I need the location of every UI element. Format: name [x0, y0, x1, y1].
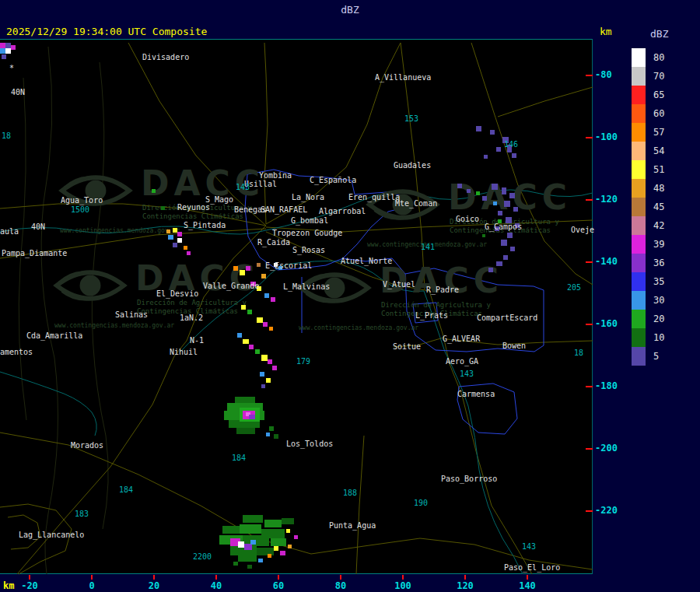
right-axis-label: -200: [595, 443, 618, 454]
legend-swatch: [632, 347, 646, 366]
legend-value: 70: [653, 67, 664, 86]
legend-swatch: [632, 235, 646, 254]
dbz-legend-panel: dBZ 807065605754514845423936353020105: [622, 0, 700, 592]
legend-value: 30: [653, 291, 664, 310]
legend-entry: 51: [632, 160, 664, 179]
legend-value: 45: [653, 198, 664, 216]
legend-title: dBZ: [650, 28, 668, 40]
legend-entry: 35: [632, 272, 664, 291]
legend-swatch: [632, 160, 646, 179]
legend-swatch: [632, 254, 646, 272]
legend-entry: 70: [632, 67, 664, 86]
basemap-lines: [0, 0, 593, 576]
legend-value: 42: [653, 216, 664, 235]
legend-entry: 39: [632, 235, 664, 254]
legend-swatch: [632, 291, 646, 310]
legend-entry: 80: [632, 48, 664, 67]
legend-swatch: [632, 272, 646, 291]
legend-value: 10: [653, 328, 664, 347]
right-axis-label: -100: [595, 131, 618, 142]
legend-entry: 10: [632, 328, 664, 347]
legend-swatch: [632, 86, 646, 104]
legend-entry: 30: [632, 291, 664, 310]
legend-entry: 42: [632, 216, 664, 235]
legend-value: 20: [653, 310, 664, 328]
legend-swatch: [632, 123, 646, 142]
legend-swatch: [632, 179, 646, 198]
legend-value: 60: [653, 104, 664, 123]
rivers-layer: [0, 190, 593, 574]
km-top-label: km: [600, 26, 612, 37]
right-axis-label: -80: [595, 69, 612, 80]
bottom-axis-label: 100: [394, 580, 411, 591]
legend-swatch: [632, 67, 646, 86]
legend-value: 48: [653, 179, 664, 198]
legend-swatch: [632, 216, 646, 235]
bottom-axis-label: 0: [89, 580, 94, 591]
legend-entry: 57: [632, 123, 664, 142]
legend-entry: 54: [632, 142, 664, 160]
bottom-axis-label: 140: [519, 580, 536, 591]
radar-app-window: dBZ: [0, 0, 700, 592]
legend-swatch: [632, 48, 646, 67]
legend-value: 5: [653, 347, 659, 366]
legend-entry: 48: [632, 179, 664, 198]
legend-value: 80: [653, 48, 664, 67]
legend-swatch: [632, 310, 646, 328]
bottom-axis-label: 120: [457, 580, 474, 591]
bottom-axis-label: 20: [149, 580, 159, 591]
legend-entry: 65: [632, 86, 664, 104]
bottom-axis-label: -20: [21, 580, 38, 591]
right-axis-label: -120: [595, 194, 618, 205]
legend-swatch: [632, 104, 646, 123]
district-boundaries-layer: [245, 170, 544, 434]
legend-entry: 60: [632, 104, 664, 123]
timestamp: 2025/12/29 19:34:00 UTC Composite: [6, 26, 207, 37]
right-axis-label: -220: [595, 505, 618, 516]
legend-swatch: [632, 142, 646, 160]
legend-value: 65: [653, 86, 664, 104]
km-bottom-label: km: [3, 580, 14, 591]
legend-entries: 807065605754514845423936353020105: [632, 48, 664, 366]
contour-lines-layer: [19, 47, 108, 574]
bottom-axis-label: 80: [335, 580, 346, 591]
bottom-axis-label: 40: [211, 580, 222, 591]
right-axis-label: -180: [595, 380, 618, 391]
legend-entry: 45: [632, 198, 664, 216]
legend-value: 54: [653, 142, 664, 160]
right-axis-label: -140: [595, 256, 618, 267]
legend-value: 36: [653, 254, 664, 272]
roads-layer: [0, 43, 593, 574]
legend-value: 39: [653, 235, 664, 254]
legend-entry: 20: [632, 310, 664, 328]
bottom-axis-label: 60: [273, 580, 284, 591]
legend-value: 57: [653, 123, 664, 142]
legend-value: 35: [653, 272, 664, 291]
legend-swatch: [632, 328, 646, 347]
right-axis-label: -160: [595, 318, 618, 329]
legend-value: 51: [653, 160, 664, 179]
legend-entry: 5: [632, 347, 664, 366]
legend-swatch: [632, 198, 646, 216]
legend-entry: 36: [632, 254, 664, 272]
